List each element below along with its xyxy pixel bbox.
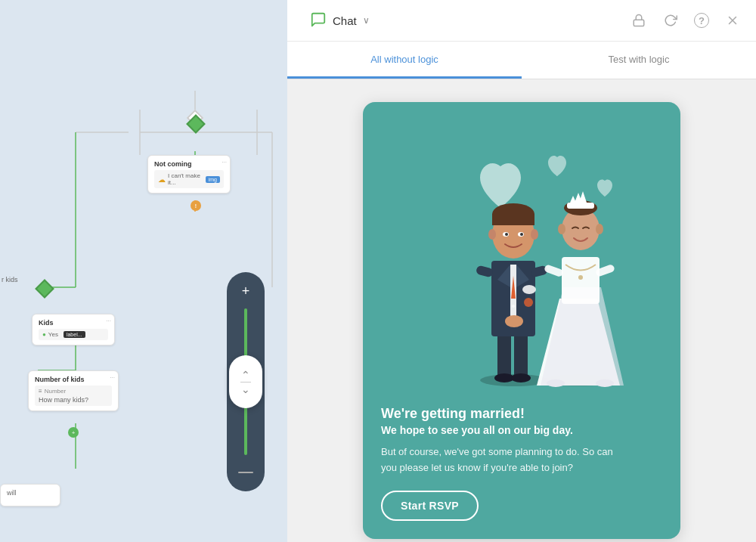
svg-point-53	[558, 224, 565, 234]
dropdown-chevron-icon: ∨	[363, 15, 370, 26]
not-coming-title: Not coming	[154, 160, 224, 168]
number-of-kids-node[interactable]: Number of kids ≡ Number How many kids? ·…	[28, 370, 119, 411]
wedding-card: We're getting married! We hope to see yo…	[363, 102, 680, 539]
svg-point-57	[524, 298, 533, 307]
handle-divider	[240, 382, 251, 382]
svg-point-46	[522, 285, 536, 294]
diamond-green-branch	[35, 279, 54, 298]
bottom-node[interactable]: will	[0, 484, 60, 506]
zoom-minus-button[interactable]	[234, 461, 257, 484]
kids-node[interactable]: Kids ● Yes label... ···	[32, 314, 115, 345]
wedding-text-section: We're getting married! We hope to see yo…	[363, 389, 680, 539]
not-coming-node[interactable]: Not coming ☁ I can't make it... img ···	[147, 155, 231, 194]
not-coming-content: ☁ I can't make it... img	[154, 170, 224, 188]
svg-point-40	[505, 233, 508, 236]
chat-content-area: We're getting married! We hope to see yo…	[287, 79, 756, 542]
refresh-icon[interactable]	[662, 12, 679, 29]
chevron-down-icon: ⌄	[238, 386, 253, 393]
svg-marker-51	[579, 191, 587, 203]
header: Chat ∨ ?	[287, 0, 756, 42]
zoom-minus-icon	[238, 472, 253, 473]
chevron-up-icon: ⌃	[238, 371, 253, 379]
svg-point-23	[511, 373, 531, 382]
chat-label: Chat	[333, 14, 357, 27]
close-icon[interactable]	[724, 12, 741, 29]
svg-rect-42	[562, 257, 600, 304]
lock-icon[interactable]	[631, 12, 647, 29]
kids-title: Kids	[39, 319, 108, 327]
number-of-kids-content: ≡ Number How many kids?	[35, 386, 112, 406]
zoom-handle[interactable]: ⌃ ⌄	[229, 355, 262, 408]
green-badge-bottom: +	[68, 427, 79, 438]
chat-bubble-icon	[310, 11, 327, 30]
header-actions: ?	[631, 12, 741, 29]
svg-point-36	[488, 229, 496, 240]
zoom-slider-track[interactable]: ⌃ ⌄	[244, 308, 247, 455]
tab-without-logic[interactable]: All without logic	[287, 42, 522, 79]
kids-label: r kids	[2, 276, 18, 283]
svg-point-32	[505, 315, 523, 327]
svg-point-54	[596, 224, 603, 234]
bride-groom-svg	[363, 102, 680, 389]
flowchart-panel: Not coming ☁ I can't make it... img ··· …	[0, 0, 287, 542]
chat-dropdown[interactable]: Chat ∨	[302, 7, 377, 35]
svg-rect-35	[492, 214, 534, 225]
wedding-title: We're getting married! We hope to see yo…	[381, 404, 662, 438]
right-panel: Chat ∨ ?	[287, 0, 756, 542]
tabs-bar: All without logic Test with logic	[287, 42, 756, 79]
svg-point-43	[578, 275, 583, 280]
wedding-body: But of course, we've got some planning t…	[381, 444, 662, 476]
svg-rect-15	[634, 20, 644, 26]
svg-point-41	[520, 233, 523, 236]
svg-point-29	[512, 305, 515, 308]
svg-marker-52	[570, 196, 576, 203]
zoom-plus-button[interactable]: +	[234, 280, 257, 302]
tab-with-logic[interactable]: Test with logic	[522, 42, 756, 79]
svg-rect-30	[476, 265, 494, 277]
start-rsvp-button[interactable]: Start RSVP	[381, 491, 479, 521]
svg-rect-44	[544, 264, 564, 277]
number-of-kids-title: Number of kids	[35, 376, 112, 383]
orange-badge: !	[191, 200, 201, 211]
svg-rect-49	[567, 203, 594, 209]
help-icon[interactable]: ?	[694, 13, 709, 28]
svg-point-37	[531, 229, 538, 240]
wedding-illustration	[363, 102, 680, 389]
svg-point-55	[547, 379, 565, 387]
kids-content: ● Yes label...	[39, 329, 108, 340]
bottom-node-label: will	[7, 489, 54, 497]
zoom-control: + ⌃ ⌄	[227, 272, 265, 491]
svg-point-56	[596, 379, 614, 387]
